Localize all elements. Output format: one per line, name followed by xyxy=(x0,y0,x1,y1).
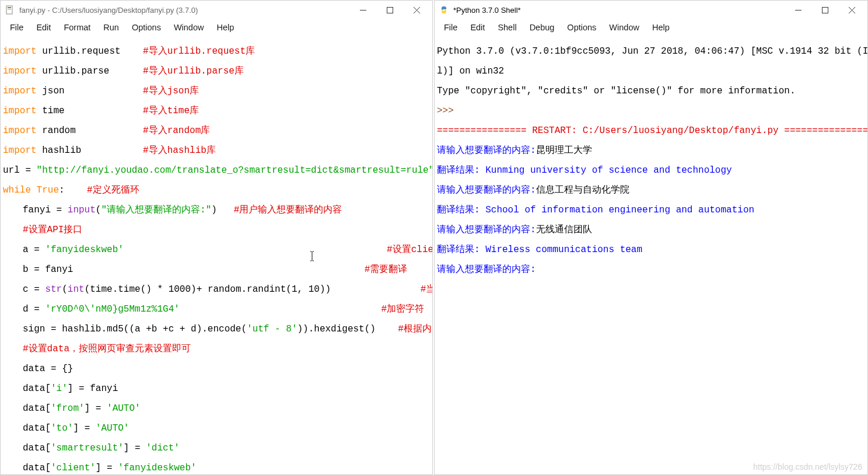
menu-options[interactable]: Options xyxy=(561,22,602,33)
shell-banner: Python 3.7.0 (v3.7.0:1bf9cc5093, Jun 27 … xyxy=(437,47,865,57)
maximize-button[interactable] xyxy=(376,1,403,19)
minimize-button[interactable] xyxy=(349,1,376,19)
editor-menubar: File Edit Format Run Options Window Help xyxy=(1,19,432,36)
code-editor[interactable]: import urllib.request #导入urllib.request库… xyxy=(1,36,432,474)
shell-window: *Python 3.7.0 Shell* File Edit Shell Deb… xyxy=(434,0,868,475)
shell-title: *Python 3.7.0 Shell* xyxy=(453,6,785,15)
shell-banner: Type "copyright", "credits" or "license(… xyxy=(437,86,865,96)
menu-file[interactable]: File xyxy=(4,22,29,33)
minimize-button[interactable] xyxy=(785,1,811,19)
result-label: 翻译结果: xyxy=(437,245,485,255)
shell-titlebar[interactable]: *Python 3.7.0 Shell* xyxy=(435,1,867,19)
user-input: 昆明理工大学 xyxy=(536,145,592,156)
result-label: 翻译结果: xyxy=(437,165,485,176)
menu-help[interactable]: Help xyxy=(211,22,240,33)
shell-menubar: File Edit Shell Debug Options Window Hel… xyxy=(435,19,867,36)
menu-window[interactable]: Window xyxy=(603,22,645,33)
shell-banner: l)] on win32 xyxy=(437,67,865,76)
result-value: Kunming university of science and techno… xyxy=(485,165,732,176)
svg-rect-2 xyxy=(8,9,11,10)
menu-format[interactable]: Format xyxy=(58,22,96,33)
editor-title: fanyi.py - C:/Users/luosiyang/Desktop/fa… xyxy=(19,6,349,15)
menu-debug[interactable]: Debug xyxy=(524,22,561,33)
editor-titlebar[interactable]: fanyi.py - C:/Users/luosiyang/Desktop/fa… xyxy=(1,1,432,19)
svg-rect-4 xyxy=(387,7,393,13)
menu-window[interactable]: Window xyxy=(168,22,210,33)
shell-prompt: >>> xyxy=(437,106,454,116)
user-input: 信息工程与自动化学院 xyxy=(536,185,629,195)
python-file-icon xyxy=(5,5,15,15)
python-shell-icon xyxy=(439,5,449,15)
menu-options[interactable]: Options xyxy=(126,22,167,33)
result-value: Wireless communications team xyxy=(485,245,642,255)
maximize-button[interactable] xyxy=(811,1,838,19)
watermark: https://blog.csdn.net/lsylsy726 xyxy=(753,462,862,471)
prompt-label: 请输入想要翻译的内容: xyxy=(437,145,536,156)
prompt-label: 请输入想要翻译的内容: xyxy=(437,225,536,235)
svg-rect-1 xyxy=(8,7,11,8)
prompt-label: 请输入想要翻译的内容: xyxy=(437,185,536,195)
user-input: 无线通信团队 xyxy=(536,225,592,235)
svg-rect-8 xyxy=(822,7,828,13)
close-button[interactable] xyxy=(838,1,865,19)
result-value: School of information engineering and au… xyxy=(485,205,754,215)
menu-edit[interactable]: Edit xyxy=(30,22,57,33)
menu-edit[interactable]: Edit xyxy=(464,22,491,33)
menu-help[interactable]: Help xyxy=(646,22,676,33)
shell-output[interactable]: Python 3.7.0 (v3.7.0:1bf9cc5093, Jun 27 … xyxy=(435,36,867,474)
text-cursor-ibeam xyxy=(310,251,314,264)
result-label: 翻译结果: xyxy=(437,205,485,215)
editor-window: fanyi.py - C:/Users/luosiyang/Desktop/fa… xyxy=(0,0,433,475)
menu-file[interactable]: File xyxy=(438,22,463,33)
prompt-label: 请输入想要翻译的内容: xyxy=(437,264,536,275)
close-button[interactable] xyxy=(403,1,430,19)
menu-run[interactable]: Run xyxy=(97,22,125,33)
menu-shell[interactable]: Shell xyxy=(492,22,522,33)
shell-restart: ================ RESTART: C:/Users/luosi… xyxy=(437,126,865,136)
